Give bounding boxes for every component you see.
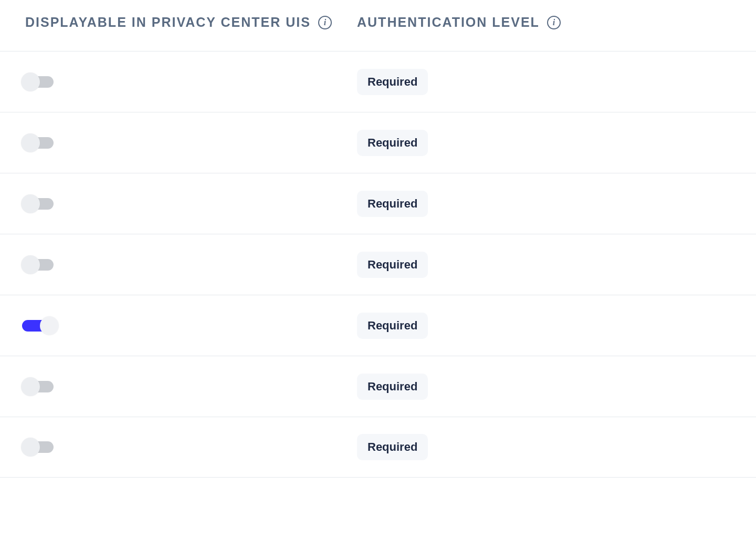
toggle-knob — [21, 255, 40, 274]
table-row: Required — [0, 173, 756, 234]
cell-displayable — [0, 198, 357, 210]
info-icon[interactable]: i — [318, 16, 332, 29]
displayable-toggle[interactable] — [22, 319, 58, 332]
table-row: Required — [0, 356, 756, 417]
header-auth-level-label: Authentication Level — [357, 15, 540, 30]
cell-displayable — [0, 380, 357, 393]
toggle-knob — [21, 133, 40, 152]
cell-displayable — [0, 319, 357, 332]
toggle-knob — [21, 377, 40, 396]
cell-auth-level: Required — [357, 130, 756, 156]
table-row: Required — [0, 295, 756, 356]
displayable-toggle[interactable] — [22, 441, 58, 453]
cell-auth-level: Required — [357, 191, 756, 217]
toggle-knob — [21, 194, 40, 213]
settings-table: Displayable in Privacy Center UIs i Auth… — [0, 0, 756, 478]
table-header-row: Displayable in Privacy Center UIs i Auth… — [0, 0, 756, 51]
cell-displayable — [0, 441, 357, 453]
auth-level-badge: Required — [357, 69, 428, 95]
header-displayable: Displayable in Privacy Center UIs i — [0, 15, 357, 30]
auth-level-badge: Required — [357, 130, 428, 156]
displayable-toggle[interactable] — [22, 198, 58, 210]
auth-level-badge: Required — [357, 252, 428, 278]
toggle-knob — [21, 438, 40, 457]
header-displayable-label: Displayable in Privacy Center UIs — [25, 15, 311, 30]
auth-level-badge: Required — [357, 313, 428, 339]
cell-auth-level: Required — [357, 374, 756, 400]
table-row: Required — [0, 112, 756, 173]
displayable-toggle[interactable] — [22, 137, 58, 149]
cell-displayable — [0, 76, 357, 88]
cell-displayable — [0, 258, 357, 271]
displayable-toggle[interactable] — [22, 380, 58, 393]
cell-auth-level: Required — [357, 69, 756, 95]
auth-level-badge: Required — [357, 434, 428, 460]
cell-displayable — [0, 137, 357, 149]
info-icon[interactable]: i — [547, 16, 561, 29]
table-row: Required — [0, 51, 756, 112]
displayable-toggle[interactable] — [22, 76, 58, 88]
table-body: RequiredRequiredRequiredRequiredRequired… — [0, 51, 756, 478]
table-row: Required — [0, 234, 756, 295]
cell-auth-level: Required — [357, 434, 756, 460]
cell-auth-level: Required — [357, 313, 756, 339]
auth-level-badge: Required — [357, 374, 428, 400]
toggle-knob — [40, 316, 59, 335]
header-auth-level: Authentication Level i — [357, 15, 756, 30]
table-row: Required — [0, 417, 756, 478]
displayable-toggle[interactable] — [22, 258, 58, 271]
cell-auth-level: Required — [357, 252, 756, 278]
auth-level-badge: Required — [357, 191, 428, 217]
toggle-knob — [21, 73, 40, 91]
